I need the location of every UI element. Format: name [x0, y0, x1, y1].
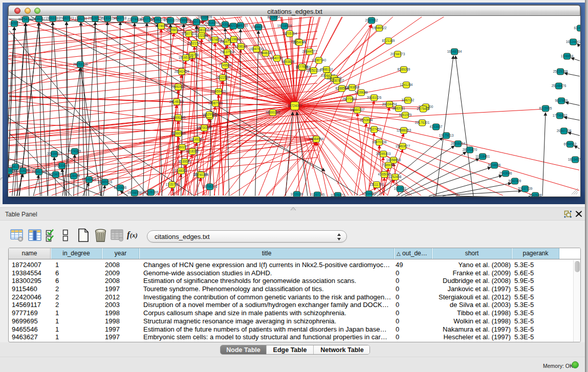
- svg-text:21433649: 21433649: [55, 164, 70, 167]
- svg-text:27126369: 27126369: [144, 190, 159, 194]
- svg-text:17394887: 17394887: [362, 192, 377, 195]
- svg-text:2943646: 2943646: [499, 171, 512, 175]
- svg-text:19563180: 19563180: [46, 16, 60, 20]
- svg-text:5219822: 5219822: [228, 37, 241, 41]
- svg-text:8813054: 8813054: [268, 16, 280, 19]
- svg-text:28095103: 28095103: [376, 152, 391, 156]
- svg-text:7674349: 7674349: [69, 149, 81, 153]
- svg-text:1108894: 1108894: [561, 54, 574, 58]
- svg-text:26195278: 26195278: [150, 18, 165, 21]
- svg-text:12087340: 12087340: [312, 58, 326, 62]
- svg-text:6306893: 6306893: [574, 26, 580, 30]
- svg-text:24922597: 24922597: [215, 76, 230, 79]
- svg-text:18366963: 18366963: [171, 132, 186, 135]
- svg-text:8682011: 8682011: [393, 106, 405, 110]
- svg-text:29053346: 29053346: [73, 62, 88, 66]
- svg-text:2087662: 2087662: [365, 18, 378, 22]
- svg-text:16224441: 16224441: [566, 40, 580, 43]
- svg-text:20744773: 20744773: [390, 52, 405, 56]
- svg-text:26521573: 26521573: [187, 41, 202, 45]
- svg-text:1019189: 1019189: [291, 192, 303, 196]
- svg-text:29844577: 29844577: [302, 50, 317, 53]
- svg-text:1241284: 1241284: [400, 83, 413, 86]
- svg-text:19098556: 19098556: [127, 191, 142, 194]
- svg-text:25558743: 25558743: [167, 28, 182, 32]
- svg-text:29882973: 29882973: [59, 16, 74, 20]
- svg-text:7357224: 7357224: [227, 24, 240, 28]
- svg-text:17307133: 17307133: [182, 32, 197, 35]
- svg-text:8721369: 8721369: [382, 39, 395, 42]
- svg-text:9436057: 9436057: [33, 17, 46, 20]
- svg-text:26585616: 26585616: [98, 180, 113, 184]
- svg-text:9953167: 9953167: [164, 18, 177, 22]
- svg-text:25492422: 25492422: [171, 85, 186, 89]
- svg-text:11318461: 11318461: [475, 155, 490, 158]
- svg-text:19095773: 19095773: [179, 56, 193, 59]
- svg-text:5308102: 5308102: [235, 45, 248, 48]
- svg-text:15463677: 15463677: [396, 144, 410, 148]
- svg-text:22439587: 22439587: [47, 152, 62, 156]
- svg-text:3642648: 3642648: [529, 193, 542, 196]
- svg-text:19218506: 19218506: [277, 24, 292, 28]
- svg-text:29241736: 29241736: [32, 170, 47, 173]
- svg-text:5060227: 5060227: [176, 145, 189, 149]
- svg-text:3261579: 3261579: [399, 113, 412, 117]
- svg-text:15700199: 15700199: [197, 126, 212, 129]
- svg-text:11876872: 11876872: [331, 193, 345, 196]
- svg-text:140557: 140557: [9, 21, 20, 25]
- svg-text:8389269: 8389269: [398, 68, 410, 71]
- svg-text:17287807: 17287807: [330, 79, 344, 82]
- svg-text:16870338: 16870338: [372, 140, 387, 144]
- svg-text:20161026: 20161026: [367, 96, 382, 99]
- svg-text:11014145: 11014145: [16, 169, 30, 172]
- svg-text:7749509: 7749509: [219, 63, 232, 67]
- svg-text:25183411: 25183411: [100, 16, 115, 20]
- svg-text:18754131: 18754131: [18, 17, 33, 21]
- svg-text:20037339: 20037339: [518, 187, 533, 190]
- svg-text:1385239: 1385239: [75, 17, 88, 20]
- svg-text:18034339: 18034339: [49, 172, 63, 176]
- svg-text:18795716: 18795716: [203, 185, 217, 188]
- svg-text:8986110: 8986110: [320, 68, 333, 71]
- svg-text:2054043: 2054043: [293, 40, 306, 44]
- svg-text:27327459: 27327459: [367, 127, 382, 131]
- svg-text:25148476: 25148476: [552, 84, 567, 87]
- svg-text:3377578: 3377578: [296, 65, 309, 69]
- svg-text:8539591: 8539591: [179, 160, 191, 163]
- svg-text:16149361: 16149361: [189, 138, 204, 141]
- svg-text:19384554: 19384554: [309, 137, 324, 141]
- svg-text:28381196: 28381196: [195, 28, 209, 32]
- svg-text:19586522: 19586522: [372, 26, 387, 30]
- svg-text:11459463: 11459463: [211, 90, 226, 93]
- svg-text:4252458: 4252458: [389, 175, 402, 179]
- svg-text:9153634: 9153634: [360, 118, 373, 122]
- svg-text:14387959: 14387959: [208, 101, 223, 105]
- svg-text:17796882: 17796882: [553, 114, 568, 117]
- svg-text:7389096: 7389096: [382, 163, 395, 167]
- svg-text:9082309: 9082309: [509, 179, 521, 183]
- svg-text:4753657: 4753657: [430, 125, 443, 128]
- svg-text:20740364: 20740364: [194, 173, 209, 177]
- svg-text:1705792: 1705792: [166, 183, 179, 186]
- svg-text:23137564: 23137564: [220, 50, 235, 54]
- svg-text:20334454: 20334454: [382, 102, 397, 106]
- svg-text:3874052: 3874052: [155, 24, 168, 28]
- svg-text:28906064: 28906064: [451, 142, 466, 145]
- svg-text:12414394: 12414394: [205, 21, 220, 25]
- svg-text:3322386: 3322386: [195, 34, 208, 37]
- svg-text:13529912: 13529912: [202, 113, 217, 116]
- svg-text:18252216: 18252216: [307, 69, 321, 72]
- svg-text:14658665: 14658665: [386, 158, 401, 162]
- svg-text:16947830: 16947830: [249, 47, 264, 51]
- svg-text:16860207: 16860207: [350, 108, 365, 112]
- svg-text:1653531: 1653531: [394, 187, 407, 190]
- svg-text:15588301: 15588301: [251, 25, 266, 29]
- svg-text:22176301: 22176301: [415, 121, 430, 124]
- svg-text:26342494: 26342494: [175, 70, 189, 73]
- svg-text:2975475: 2975475: [417, 107, 430, 111]
- svg-text:9318332: 9318332: [186, 149, 199, 153]
- svg-text:25229388: 25229388: [553, 70, 568, 73]
- svg-text:3148352: 3148352: [175, 169, 188, 172]
- svg-text:6128434: 6128434: [68, 174, 80, 178]
- svg-text:26567208: 26567208: [557, 129, 572, 133]
